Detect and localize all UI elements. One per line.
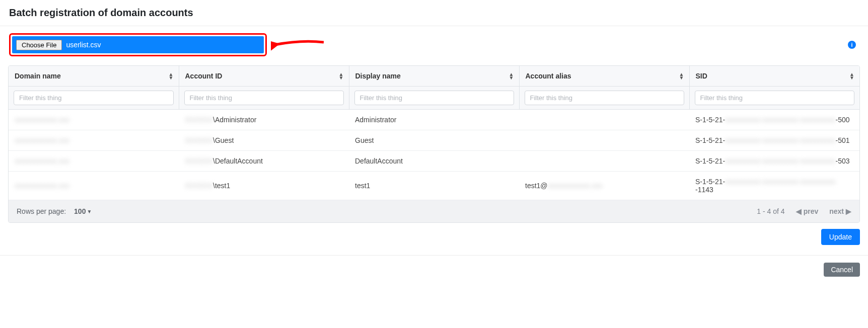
chevron-right-icon: ▶: [846, 207, 851, 215]
next-button[interactable]: next ▶: [829, 207, 851, 215]
choose-file-button[interactable]: Choose File: [16, 40, 62, 50]
actions-row: Update: [0, 223, 868, 256]
rows-per-page-select[interactable]: 100 ▼: [74, 207, 92, 215]
table-footer: Rows per page: 100 ▼ 1 - 4 of 4 ◀ prev n…: [9, 200, 859, 222]
page-title: Batch registration of domain accounts: [9, 7, 859, 19]
sort-icon: ▲▼: [339, 72, 344, 79]
file-input[interactable]: Choose File userlist.csv: [12, 36, 264, 53]
cancel-row: Cancel: [0, 256, 868, 284]
prev-button[interactable]: ◀ prev: [796, 207, 819, 215]
table-row: xxxxxxxxxxxx.xxx XXXXXX\Administrator Ad…: [9, 110, 859, 130]
col-header-sid[interactable]: SID ▲▼: [689, 66, 859, 87]
update-button[interactable]: Update: [821, 229, 860, 245]
sort-icon: ▲▼: [509, 72, 514, 79]
col-header-account-id[interactable]: Account ID ▲▼: [179, 66, 349, 87]
sort-icon: ▲▼: [169, 72, 174, 79]
col-header-domain[interactable]: Domain name ▲▼: [9, 66, 179, 87]
rows-per-page-label: Rows per page:: [17, 207, 66, 215]
accounts-table: Domain name ▲▼ Account ID ▲▼ Display nam…: [8, 65, 860, 223]
col-header-display-name[interactable]: Display name ▲▼: [349, 66, 519, 87]
filter-display-name[interactable]: [354, 91, 514, 105]
chevron-left-icon: ◀: [796, 207, 802, 215]
filter-account-id[interactable]: [184, 91, 344, 105]
filter-domain[interactable]: [14, 91, 174, 105]
pager-range: 1 - 4 of 4: [757, 207, 784, 215]
page-header: Batch registration of domain accounts: [0, 0, 868, 26]
file-highlight-box: Choose File userlist.csv: [9, 33, 267, 56]
filter-account-alias[interactable]: [525, 91, 684, 105]
arrow-annotation-icon: [271, 35, 326, 55]
chosen-filename: userlist.csv: [66, 41, 101, 49]
info-icon[interactable]: i: [848, 41, 856, 49]
file-row: Choose File userlist.csv i: [0, 26, 868, 61]
sort-icon: ▲▼: [849, 72, 854, 79]
caret-down-icon: ▼: [87, 209, 92, 214]
col-header-account-alias[interactable]: Account alias ▲▼: [519, 66, 689, 87]
table-row: xxxxxxxxxxxx.xxx XXXXXX\Guest Guest S-1-…: [9, 130, 859, 151]
table-row: xxxxxxxxxxxx.xxx XXXXXX\test1 test1 test…: [9, 172, 859, 200]
sort-icon: ▲▼: [679, 72, 684, 79]
table-row: xxxxxxxxxxxx.xxx XXXXXX\DefaultAccount D…: [9, 151, 859, 172]
cancel-button[interactable]: Cancel: [824, 263, 860, 277]
filter-sid[interactable]: [695, 91, 855, 105]
